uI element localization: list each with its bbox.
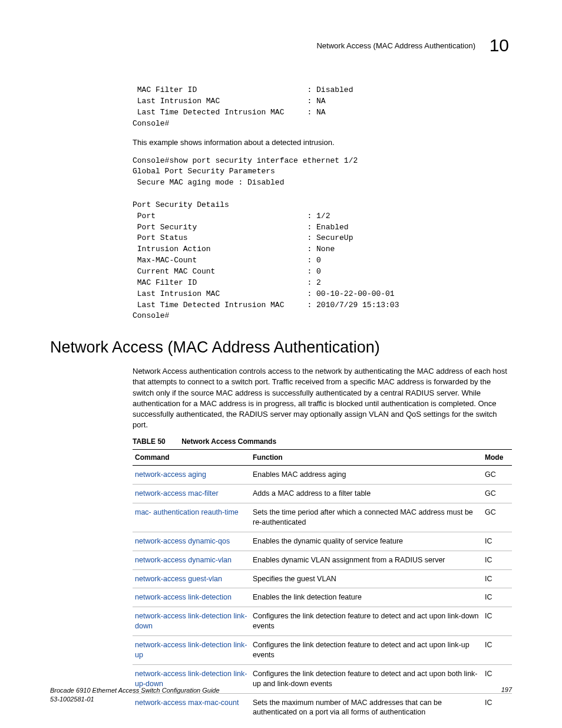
code-block-1: MAC Filter ID : Disabled Last Intrusion … xyxy=(133,85,512,129)
table-caption: TABLE 50 Network Access Commands xyxy=(133,437,512,446)
command-mode: IC xyxy=(482,588,512,607)
table-row: network-access link-detection link-downC… xyxy=(133,607,512,636)
commands-table: Command Function Mode network-access agi… xyxy=(133,449,512,722)
command-link[interactable]: network-access link-detection link-down xyxy=(133,607,250,636)
command-function: Specifies the guest VLAN xyxy=(250,569,482,588)
command-link[interactable]: mac- authentication reauth-time xyxy=(133,503,250,532)
command-link[interactable]: network-access aging xyxy=(133,466,250,485)
footer-doc-number: 53-1002581-01 xyxy=(50,695,220,703)
command-function: Enables the dynamic quality of service f… xyxy=(250,532,482,551)
example-intro: This example shows information about a d… xyxy=(133,137,512,148)
command-mode: IC xyxy=(482,607,512,636)
command-mode: GC xyxy=(482,503,512,532)
section-body: Network Access authentication controls a… xyxy=(133,366,512,430)
command-link[interactable]: network-access guest-vlan xyxy=(133,569,250,588)
code-block-2: Console#show port security interface eth… xyxy=(133,156,512,322)
table-row: network-access link-detectionEnables the… xyxy=(133,588,512,607)
command-link[interactable]: network-access dynamic-qos xyxy=(133,532,250,551)
table-row: network-access dynamic-qosEnables the dy… xyxy=(133,532,512,551)
command-function: Enables dynamic VLAN assignment from a R… xyxy=(250,551,482,569)
section-content: Network Access authentication controls a… xyxy=(133,366,512,722)
chapter-number: 10 xyxy=(490,35,509,55)
table-title: Network Access Commands xyxy=(181,437,276,446)
command-link[interactable]: network-access mac-filter xyxy=(133,485,250,503)
command-mode: IC xyxy=(482,532,512,551)
table-row: network-access guest-vlanSpecifies the g… xyxy=(133,569,512,588)
command-function: Adds a MAC address to a filter table xyxy=(250,485,482,503)
command-link[interactable]: network-access link-detection link-up xyxy=(133,636,250,665)
table-label: TABLE 50 xyxy=(133,437,166,446)
col-function: Function xyxy=(250,450,482,466)
table-row: mac- authentication reauth-timeSets the … xyxy=(133,503,512,532)
command-mode: IC xyxy=(482,569,512,588)
page-header: Network Access (MAC Address Authenticati… xyxy=(50,35,512,55)
command-function: Configures the link detection feature to… xyxy=(250,636,482,665)
table-row: network-access agingEnables MAC address … xyxy=(133,466,512,485)
command-function: Configures the link detection feature to… xyxy=(250,607,482,636)
col-command: Command xyxy=(133,450,250,466)
col-mode: Mode xyxy=(482,450,512,466)
command-function: Enables the link detection feature xyxy=(250,588,482,607)
table-row: network-access link-detection link-upCon… xyxy=(133,636,512,665)
table-row: network-access mac-filterAdds a MAC addr… xyxy=(133,485,512,503)
main-content: MAC Filter ID : Disabled Last Intrusion … xyxy=(133,85,512,322)
table-row: network-access dynamic-vlanEnables dynam… xyxy=(133,551,512,569)
command-mode: IC xyxy=(482,636,512,665)
page-footer: Brocade 6910 Ethernet Access Switch Conf… xyxy=(50,686,512,703)
footer-page-number: 197 xyxy=(501,686,512,693)
command-link[interactable]: network-access link-detection xyxy=(133,588,250,607)
table-header-row: Command Function Mode xyxy=(133,450,512,466)
header-title: Network Access (MAC Address Authenticati… xyxy=(316,41,475,50)
command-link[interactable]: network-access dynamic-vlan xyxy=(133,551,250,569)
command-function: Enables MAC address aging xyxy=(250,466,482,485)
footer-book-title: Brocade 6910 Ethernet Access Switch Conf… xyxy=(50,686,220,694)
command-mode: GC xyxy=(482,466,512,485)
section-heading: Network Access (MAC Address Authenticati… xyxy=(50,338,512,357)
command-mode: IC xyxy=(482,551,512,569)
command-mode: GC xyxy=(482,485,512,503)
command-function: Sets the time period after which a conne… xyxy=(250,503,482,532)
